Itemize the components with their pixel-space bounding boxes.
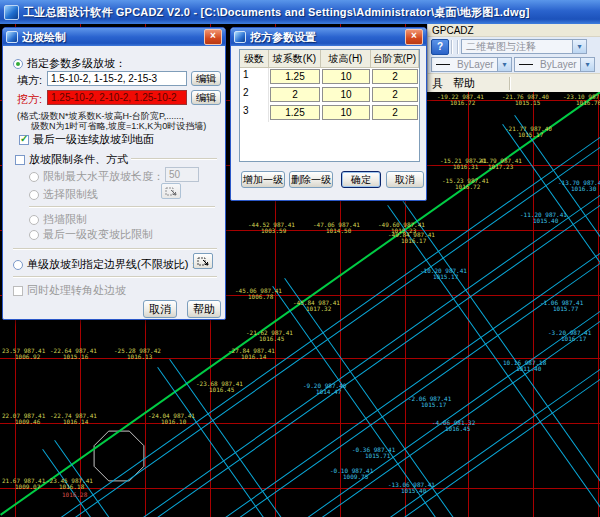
table-cell[interactable]: 2 [372,69,418,84]
radio-icon [29,230,39,240]
coord-label: -23.45 987.411016.18 [46,478,93,490]
table-cell-wrap: 10 [321,86,371,104]
delete-level-button[interactable]: 删除一级 [289,171,333,188]
contour-label: -0.10 987.411009.75 [330,468,373,480]
radio-icon [29,172,39,182]
column-header: 坡高(H) [321,50,371,68]
radio-icon [29,215,39,225]
fill-edit-button[interactable]: 编辑 [191,71,221,86]
table-row: 11.25102 [240,68,419,86]
radio-single-slope[interactable]: 单级放坡到指定边界线(不限坡比)： [13,257,199,272]
contour-label: -9.20 987.401014.47 [303,383,346,395]
table-cell[interactable]: 1.25 [270,105,320,120]
coord-label: -49.84 987.411016.17 [388,232,435,244]
checkbox-icon [19,135,29,145]
chevron-down-icon: ▾ [572,40,586,53]
cut-input[interactable]: 1.25-10-2, 2-10-2, 1.25-10-2 [47,90,187,105]
dialog-icon [234,31,246,43]
close-icon[interactable]: × [405,29,423,45]
checkbox-slope-to-ground[interactable]: 最后一级连续放坡到地面 [19,132,154,147]
table-cell[interactable]: 10 [322,69,370,84]
cut-params-dialog: 挖方参数设置 × 级数坡系数(K)坡高(H)台阶宽(P) 11.25102221… [230,27,427,201]
table-cell-wrap: 2 [371,104,419,122]
cancel-button[interactable]: 取消 [143,300,177,318]
table-cell[interactable]: 10 [322,105,370,120]
coord-label: -21.76 987.401015.15 [502,94,549,106]
ok-button[interactable]: 确定 [341,171,381,188]
cut-dialog-titlebar: 挖方参数设置 × [231,28,426,46]
coord-label: -23.10 987.411016.76 [563,94,600,106]
cancel-button[interactable]: 取消 [386,171,424,188]
workspace-value: 二维草图与注释 [462,40,572,54]
help-button[interactable]: 帮助 [187,300,221,318]
coord-label: -45.06 987.411006.78 [235,288,282,300]
column-header: 台阶宽(P) [371,50,419,68]
group-divider [131,158,217,160]
coord-label: -15.23 987.411016.72 [442,178,489,190]
cut-table-header: 级数坡系数(K)坡高(H)台阶宽(P) [240,50,419,68]
contour-line [399,196,600,517]
table-cell-wrap: 2 [371,86,419,104]
table-cell[interactable]: 10 [322,87,370,102]
menu-item-help[interactable]: 帮助 [453,76,475,91]
radio-icon [29,190,39,200]
close-icon[interactable]: × [204,29,222,45]
panel-caption: GPCADZ [428,24,600,37]
lineweight-combobox[interactable]: ByLayer ▾ [514,57,595,72]
column-header: 坡系数(K) [269,50,321,68]
coord-label: -44.52 987.411003.59 [248,222,295,234]
table-cell-wrap: 1.25 [269,68,321,86]
radio-max-length: 限制最大水平放坡长度： [29,169,164,184]
table-cell[interactable]: 2 [372,105,418,120]
pick-boundary-button[interactable] [193,253,213,269]
checkbox-icon [13,286,23,296]
fill-input[interactable]: 1.5-10-2, 1-15-2, 2-15-3 [47,71,187,86]
radio-multi-slope[interactable]: 指定参数多级放坡： [13,56,126,71]
pick-cursor-icon [197,255,210,267]
app-icon [4,5,19,20]
fill-label: 填方: [17,73,42,88]
contour-label: -2.06 987.411015.17 [408,396,451,408]
contour-label: -1.06 987.411015.77 [540,300,583,312]
contour-line [514,115,600,517]
contour-label: -13.70 987.411016.30 [558,180,600,192]
menu-separator [509,77,511,90]
line-sample-icon [519,64,533,65]
linetype-value: ByLayer [453,59,497,70]
section-divider [13,276,217,278]
coord-label: 23.57 987.411006.92 [2,348,45,360]
contour-label: -11.20 987.411015.40 [520,212,567,224]
contour-label: -0.36 987.411015.71 [352,447,395,459]
add-level-button[interactable]: 增加一级 [241,171,285,188]
radio-change-ratio: 最后一级改变坡比限制 [29,227,153,242]
table-cell[interactable]: 1.25 [270,69,320,84]
dialog-icon [6,31,18,43]
coord-label: -23.68 987.411016.45 [196,381,243,393]
checkbox-limit-group[interactable]: 放坡限制条件、方式 [15,152,128,167]
coord-label: -24.04 987.411016.10 [148,413,195,425]
menu-bar: 具 帮助 [428,73,600,92]
contour-label: -13.06 987.411015.40 [388,482,435,494]
checkbox-corner-slope: 同时处理转角处边坡 [13,283,126,298]
slope-dialog: 边坡绘制 × 指定参数多级放坡： 填方: 1.5-10-2, 1-15-2, 2… [2,27,226,320]
cut-table-rows: 11.251022210231.25102 [240,68,419,122]
coord-label: -22.64 987.411015.16 [50,348,97,360]
pick-cursor-icon [165,185,178,197]
coord-label: 22.07 987.411009.46 [2,413,45,425]
cut-edit-button[interactable]: 编辑 [191,90,221,105]
workspace-combobox[interactable]: 二维草图与注释 ▾ [461,39,587,54]
slope-dialog-title: 边坡绘制 [22,30,204,45]
max-length-input: 50 [165,167,199,182]
table-cell[interactable]: 2 [372,87,418,102]
menu-item-partial[interactable]: 具 [432,76,443,91]
window-title: 工业总图设计软件 GPCADZ V2.0 - [C:\Documents and… [23,5,530,20]
lineweight-value: ByLayer [536,59,580,70]
table-cell[interactable]: 2 [270,87,320,102]
coord-label: -19.22 987.411016.72 [437,94,484,106]
coord-label: -45.84 987.411017.32 [293,300,340,312]
linetype-combobox[interactable]: ByLayer ▾ [431,57,512,72]
contour-label: -4.06 981.321016.45 [432,420,475,432]
help-icon[interactable]: ? [431,39,449,55]
radio-wall-limit: 挡墙限制 [29,212,87,227]
toolbar-separator [451,40,453,54]
